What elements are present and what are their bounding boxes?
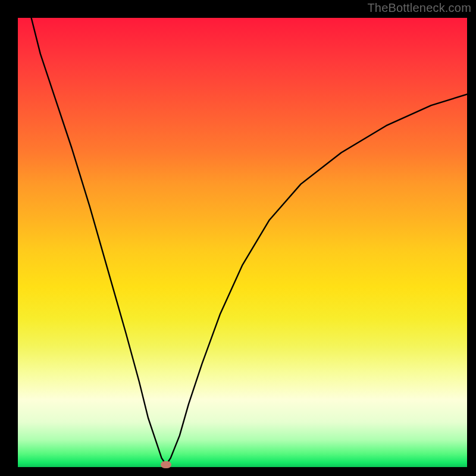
optimal-point-marker xyxy=(161,461,171,468)
bottleneck-curve xyxy=(18,18,467,467)
watermark-text: TheBottleneck.com xyxy=(367,1,471,15)
plot-area xyxy=(18,18,467,467)
chart-frame: TheBottleneck.com xyxy=(0,0,476,476)
curve-path xyxy=(32,18,467,465)
